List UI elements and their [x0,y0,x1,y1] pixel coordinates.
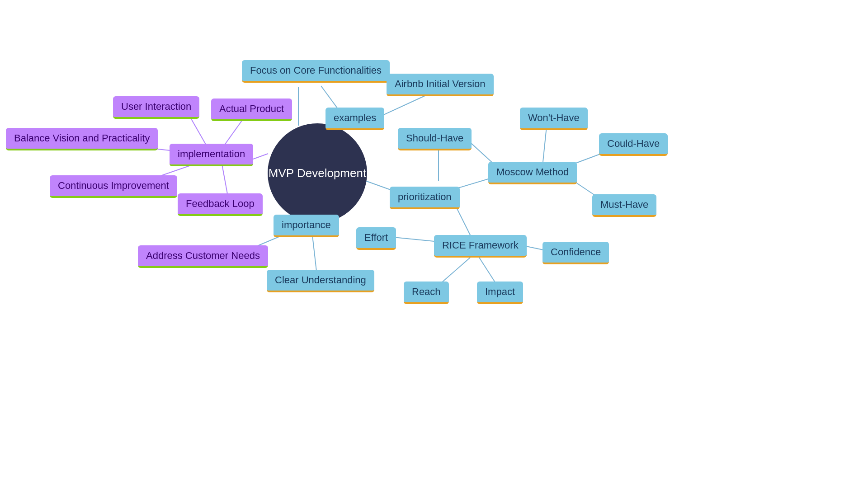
center-node: MVP Development [268,123,367,223]
svg-line-18 [312,231,316,271]
node-examples: examples [326,108,384,130]
impact-label: Impact [485,286,515,297]
continuous-label: Continuous Improvement [58,180,169,191]
reach-label: Reach [412,286,441,297]
wont-have-label: Won't-Have [528,112,580,123]
prioritization-label: prioritization [398,191,452,202]
rice-label: RICE Framework [442,239,519,251]
node-prioritization: prioritization [390,187,460,209]
must-have-label: Must-Have [600,199,648,210]
moscow-label: Moscow Method [496,166,569,178]
node-reach: Reach [404,282,449,304]
node-focus: Focus on Core Functionalities [242,60,390,83]
node-feedback: Feedback Loop [178,193,263,216]
balance-label: Balance Vision and Practicality [14,132,150,144]
importance-label: importance [282,219,331,230]
node-could-have: Could-Have [599,133,668,156]
address-label: Address Customer Needs [146,250,260,261]
node-actual: Actual Product [211,99,292,121]
node-continuous: Continuous Improvement [50,175,177,198]
should-have-label: Should-Have [406,132,463,144]
node-moscow: Moscow Method [488,162,577,184]
effort-label: Effort [364,232,388,243]
node-clear: Clear Understanding [267,270,374,292]
center-label: MVP Development [269,166,366,180]
node-user-interaction: User Interaction [113,96,199,119]
node-must-have: Must-Have [592,194,656,217]
clear-label: Clear Understanding [275,274,366,286]
feedback-label: Feedback Loop [186,198,255,209]
node-impact: Impact [477,282,523,304]
node-airbnb: Airbnb Initial Version [387,74,494,96]
actual-label: Actual Product [219,103,284,114]
node-importance: importance [274,215,339,237]
node-confidence: Confidence [542,242,609,264]
could-have-label: Could-Have [607,138,660,149]
node-effort: Effort [356,227,396,250]
airbnb-label: Airbnb Initial Version [395,78,486,89]
user-interaction-label: User Interaction [121,101,191,112]
node-implementation: implementation [170,144,253,166]
focus-label: Focus on Core Functionalities [250,65,382,76]
node-address: Address Customer Needs [138,245,268,268]
confidence-label: Confidence [551,246,601,258]
svg-line-4 [253,154,268,159]
node-rice: RICE Framework [434,235,527,258]
node-should-have: Should-Have [398,128,472,150]
node-balance: Balance Vision and Practicality [6,128,158,150]
examples-label: examples [334,112,376,123]
implementation-label: implementation [178,148,245,160]
node-wont-have: Won't-Have [520,108,588,130]
